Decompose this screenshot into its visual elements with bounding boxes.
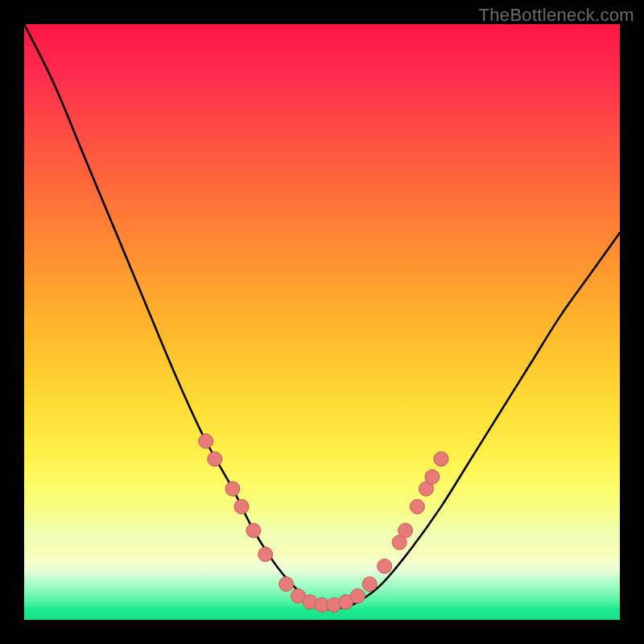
data-dot xyxy=(225,481,240,496)
data-dot xyxy=(425,469,440,484)
curve-layer xyxy=(24,24,620,620)
bottleneck-curve xyxy=(24,24,620,609)
data-dot xyxy=(434,452,448,466)
data-dot xyxy=(327,598,341,613)
data-dot xyxy=(208,452,222,466)
highlight-band xyxy=(24,530,620,581)
plot-area xyxy=(24,24,620,620)
data-dot xyxy=(246,523,261,538)
data-dot xyxy=(291,588,305,603)
data-dot xyxy=(362,577,377,592)
data-dot xyxy=(258,547,273,562)
data-dot xyxy=(339,595,353,609)
baseline-strip xyxy=(24,602,620,620)
data-dot xyxy=(392,535,407,550)
curve-dots xyxy=(199,434,448,613)
data-dot xyxy=(350,588,365,603)
data-dot xyxy=(419,481,434,496)
data-dot xyxy=(398,523,413,538)
data-dot xyxy=(279,577,294,592)
watermark-text: TheBottleneck.com xyxy=(479,5,634,26)
data-dot xyxy=(378,559,392,573)
data-dot xyxy=(315,598,329,613)
data-dot xyxy=(410,499,424,514)
data-dot xyxy=(303,595,317,609)
data-dot xyxy=(234,499,249,514)
chart-frame: TheBottleneck.com xyxy=(0,0,644,644)
data-dot xyxy=(199,434,213,448)
